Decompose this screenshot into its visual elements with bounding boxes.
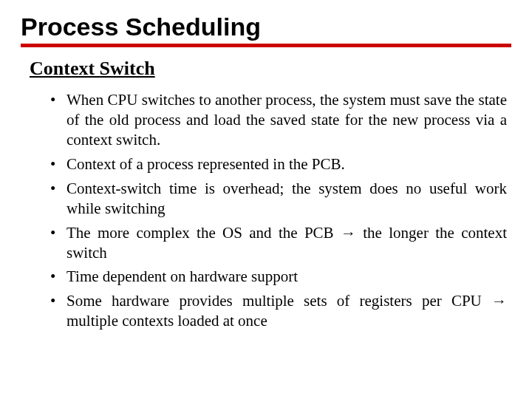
slide-title: Process Scheduling (21, 13, 511, 47)
slide: Process Scheduling Context Switch When C… (0, 0, 532, 399)
bullet-list: When CPU switches to another process, th… (30, 90, 507, 331)
list-item: Time dependent on hardware support (50, 267, 507, 287)
list-item: Context of a process represented in the … (50, 154, 507, 174)
list-item: Some hardware provides multiple sets of … (50, 291, 507, 331)
list-item: When CPU switches to another process, th… (50, 90, 507, 150)
list-item: Context-switch time is overhead; the sys… (50, 179, 507, 219)
list-item: The more complex the OS and the PCB → th… (50, 223, 507, 263)
slide-subtitle: Context Switch (30, 58, 511, 80)
